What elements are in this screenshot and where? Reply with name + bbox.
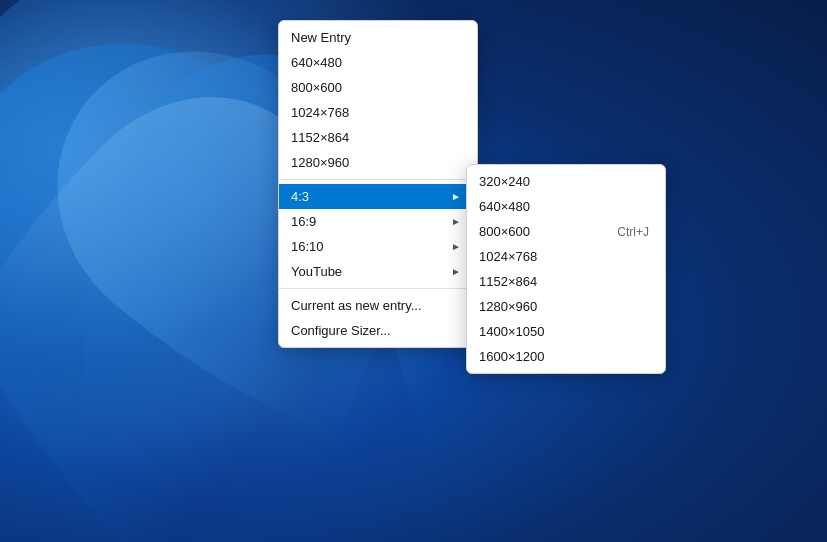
main-context-menu: New Entry 640×480 800×600 1024×768 1152×… xyxy=(278,20,478,348)
chevron-icon-16-9: ► xyxy=(451,216,461,227)
menu-item-youtube[interactable]: YouTube ► xyxy=(279,259,477,284)
submenu-item-1400x1050[interactable]: 1400×1050 xyxy=(467,319,665,344)
submenu-item-320x240[interactable]: 320×240 xyxy=(467,169,665,194)
menu-item-640x480-main[interactable]: 640×480 xyxy=(279,50,477,75)
menu-item-1280x960-main[interactable]: 1280×960 xyxy=(279,150,477,175)
shortcut-800x600: Ctrl+J xyxy=(617,225,649,239)
menu-item-16-9[interactable]: 16:9 ► xyxy=(279,209,477,234)
submenu-item-1280x960[interactable]: 1280×960 xyxy=(467,294,665,319)
chevron-icon-youtube: ► xyxy=(451,266,461,277)
menu-item-4-3[interactable]: 4:3 ► xyxy=(279,184,477,209)
menu-item-configure-sizer[interactable]: Configure Sizer... xyxy=(279,318,477,343)
menu-item-1024x768-main[interactable]: 1024×768 xyxy=(279,100,477,125)
menu-item-new-entry[interactable]: New Entry xyxy=(279,25,477,50)
chevron-icon-16-10: ► xyxy=(451,241,461,252)
separator-1 xyxy=(279,179,477,180)
submenu-item-1600x1200[interactable]: 1600×1200 xyxy=(467,344,665,369)
menu-item-current-new-entry[interactable]: Current as new entry... xyxy=(279,293,477,318)
separator-2 xyxy=(279,288,477,289)
submenu-item-640x480[interactable]: 640×480 xyxy=(467,194,665,219)
submenu-item-1152x864[interactable]: 1152×864 xyxy=(467,269,665,294)
submenu-item-1024x768[interactable]: 1024×768 xyxy=(467,244,665,269)
chevron-icon-4-3: ► xyxy=(451,191,461,202)
menu-item-800x600-main[interactable]: 800×600 xyxy=(279,75,477,100)
submenu-item-800x600[interactable]: 800×600 Ctrl+J xyxy=(467,219,665,244)
menu-item-16-10[interactable]: 16:10 ► xyxy=(279,234,477,259)
submenu-4-3: 320×240 640×480 800×600 Ctrl+J 1024×768 … xyxy=(466,164,666,374)
menu-item-1152x864-main[interactable]: 1152×864 xyxy=(279,125,477,150)
